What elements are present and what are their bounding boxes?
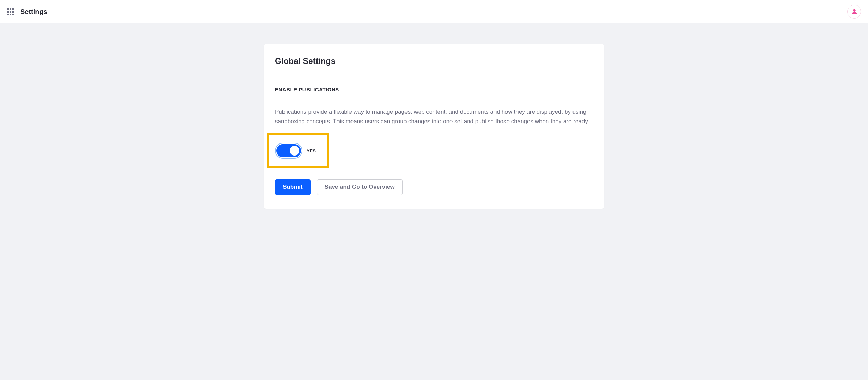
enable-publications-toggle[interactable]: [275, 143, 302, 159]
submit-button[interactable]: Submit: [275, 179, 311, 195]
settings-card: Global Settings ENABLE PUBLICATIONS Publ…: [264, 44, 604, 209]
save-and-go-to-overview-button[interactable]: Save and Go to Overview: [317, 179, 403, 195]
enable-publications-toggle-wrap: YES: [275, 143, 316, 159]
header-left: Settings: [7, 8, 47, 16]
button-row: Submit Save and Go to Overview: [275, 179, 593, 195]
toggle-highlight-box: YES: [267, 133, 329, 168]
card-title: Global Settings: [275, 56, 593, 66]
page-body: Global Settings ENABLE PUBLICATIONS Publ…: [0, 23, 868, 229]
publications-description: Publications provide a flexible way to m…: [275, 107, 593, 126]
user-icon: [851, 9, 857, 15]
header-title: Settings: [20, 8, 47, 16]
app-header: Settings: [0, 0, 868, 23]
user-avatar-button[interactable]: [847, 5, 861, 19]
section-header-enable-publications: ENABLE PUBLICATIONS: [275, 87, 593, 96]
toggle-state-label: YES: [307, 148, 316, 153]
apps-grid-icon[interactable]: [7, 8, 14, 15]
